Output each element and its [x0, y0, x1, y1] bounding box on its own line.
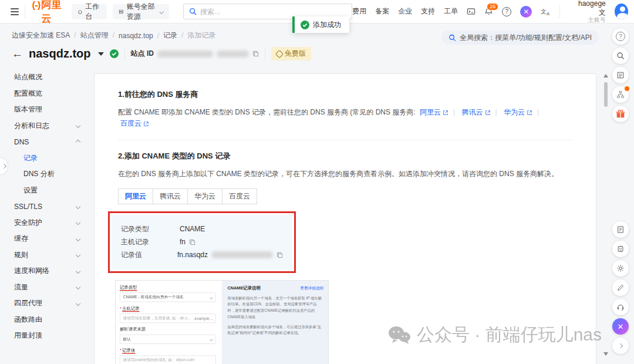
feedback-button[interactable] [612, 279, 629, 296]
example-value-label: 记录值 [120, 348, 216, 353]
assistant-bot-button[interactable] [612, 241, 629, 257]
divider [118, 140, 572, 140]
scrollbar-thumb[interactable] [604, 82, 608, 107]
copy-icon[interactable] [276, 252, 283, 258]
tab-baidu[interactable]: 百度云 [222, 188, 257, 204]
divider [265, 49, 265, 59]
nav-link-enterprise[interactable]: 企业 [398, 6, 412, 16]
rail-collapse-button[interactable] [612, 338, 629, 354]
ai-sphere-icon [520, 6, 532, 18]
global-search-button[interactable]: 全局搜索：搜菜单/功能/规则配置/文档/API [441, 31, 599, 45]
breadcrumb-item[interactable]: 边缘安全加速 ESA [12, 31, 80, 41]
resources-icon [119, 8, 124, 15]
nav-link-tickets[interactable]: 工单 [444, 6, 458, 16]
avatar[interactable] [615, 4, 628, 19]
sidebar-item-dns-settings[interactable]: 设置 [0, 183, 88, 199]
nav-link-billing[interactable]: 费用 [352, 6, 366, 16]
sidebar-item-cache[interactable]: 缓存 [0, 231, 88, 247]
breadcrumb-item[interactable]: nasqdz.top [119, 32, 163, 40]
user-menu[interactable]: haogege文 主账号 [576, 0, 606, 23]
sidebar-item-site-overview[interactable]: 站点概况 [0, 69, 88, 86]
workflow-button[interactable] [612, 86, 629, 103]
help-center-button[interactable] [612, 28, 629, 45]
sidebar-item-config-overview[interactable]: 配置概览 [0, 86, 88, 102]
chevron-right-icon [618, 343, 623, 348]
chevron-down-icon [76, 285, 80, 289]
tab-tencent[interactable]: 腾讯云 [153, 188, 188, 204]
breadcrumb-item[interactable]: 站点管理 [80, 31, 119, 41]
promotions-button[interactable] [612, 106, 629, 122]
copy-icon[interactable] [252, 50, 259, 57]
provider-link-huawei[interactable]: 华为云 [504, 107, 532, 118]
language-button[interactable]: 文A [541, 8, 551, 16]
copy-icon[interactable] [189, 239, 195, 245]
hamburger-menu-icon[interactable] [11, 8, 19, 15]
chevron-down-icon [210, 337, 213, 341]
gear-icon [616, 264, 625, 272]
sidebar-item-dns[interactable]: DNS [0, 134, 88, 150]
rail-search-button[interactable] [612, 48, 629, 64]
sidebar-item-analytics-logs[interactable]: 分析和日志 [0, 118, 88, 134]
nav-link-icp[interactable]: 备案 [375, 6, 389, 16]
pencil-icon [616, 284, 625, 292]
back-arrow-icon[interactable]: ← [12, 48, 23, 59]
step1-text: 配置 CNAME 即添加 CNAME 类型的 DNS 记录，需前往您的 DNS … [118, 107, 572, 129]
alibaba-cloud-logo[interactable]: (-) 阿里云 [32, 0, 62, 25]
headset-icon [616, 303, 625, 311]
cloudshell-button[interactable] [467, 7, 476, 16]
provider-link-aliyun[interactable]: 阿里云 [420, 107, 448, 118]
docs-button[interactable] [612, 221, 629, 238]
survey-button[interactable] [612, 67, 629, 83]
sidebar-item-traffic[interactable]: 流量 [0, 279, 88, 296]
sidebar-item-layer4-proxy[interactable]: 四层代理 [0, 295, 88, 312]
ai-assistant-rail-button[interactable] [612, 318, 629, 335]
breadcrumb-item[interactable]: 记录 [163, 31, 187, 41]
notification-dot [625, 86, 629, 91]
example-detail-link: 查看详细说明 [300, 285, 323, 291]
sidebar-item-version-management[interactable]: 版本管理 [0, 102, 88, 118]
provider-link-tencent[interactable]: 腾讯云 [462, 107, 491, 118]
provider-link-baidu[interactable]: 百度云 [120, 118, 149, 129]
notifications-button[interactable]: 26 [484, 7, 493, 16]
sidebar-item-ssl-tls[interactable]: SSL/TLS [0, 198, 88, 215]
sidebar-item-dns-records[interactable]: 记录 [0, 150, 88, 167]
gift-icon [615, 109, 626, 119]
chevron-right-icon [1, 164, 6, 168]
svg-text:A: A [547, 11, 550, 15]
nav-link-support[interactable]: 支持 [421, 6, 435, 16]
sidebar-item-dns-analysis[interactable]: DNS 分析 [0, 166, 88, 183]
tag-icon [275, 49, 284, 58]
step2-text: 在您的 DNS 服务商上添加以下 CNAME 类型的记录，可在下方选择您的服务商… [118, 168, 572, 180]
tab-aliyun[interactable]: 阿里云 [118, 188, 153, 204]
scroll-down-arrow[interactable] [603, 352, 608, 356]
help-button[interactable] [502, 7, 511, 16]
site-active-check-icon [110, 49, 119, 58]
translate-icon: 文A [541, 8, 551, 16]
example-screenshot: 记录类型 CNAME - 将域名指向另外一个域名 主机记录 请填写域名前缀，支持… [115, 280, 329, 364]
tab-huawei[interactable]: 华为云 [187, 188, 222, 204]
step1-title: 1.前往您的 DNS 服务商 [118, 89, 572, 100]
external-link-icon [143, 121, 149, 127]
step2-title: 2.添加 CNAME 类型的 DNS 记录 [118, 151, 572, 161]
sidebar-item-rules[interactable]: 规则 [0, 247, 88, 264]
ai-assistant-button[interactable] [520, 6, 532, 18]
sidebar-item-security[interactable]: 安全防护 [0, 215, 88, 231]
scroll-up-arrow[interactable] [603, 74, 608, 77]
workspace-button[interactable]: 工作台 [72, 4, 107, 19]
settings-button[interactable] [612, 260, 629, 277]
sidebar-item-speed-network[interactable]: 速度和网络 [0, 263, 88, 279]
cname-setup-panel: 1.前往您的 DNS 服务商 配置 CNAME 即添加 CNAME 类型的 DN… [94, 73, 596, 364]
site-switcher-caret-icon[interactable] [98, 52, 104, 56]
chevron-up-icon [76, 140, 80, 144]
sidebar-item-usage-cap[interactable]: 用量封顶 [0, 328, 88, 344]
external-link-icon [527, 110, 532, 116]
right-utility-rail [608, 23, 634, 364]
breadcrumb: 边缘安全加速 ESA 站点管理 nasqdz.top 记录 添加记录 [12, 31, 215, 41]
sidebar-item-function-routes[interactable]: 函数路由 [0, 312, 88, 328]
support-button[interactable] [612, 299, 629, 315]
record-type-row: 记录类型 CNAME [121, 224, 283, 234]
top-search-input[interactable] [200, 8, 346, 16]
example-source-select: 默认 [120, 334, 216, 343]
account-resources-button[interactable]: 账号全部资源 [113, 4, 169, 19]
record-host-row: 主机记录 fn [121, 237, 283, 247]
